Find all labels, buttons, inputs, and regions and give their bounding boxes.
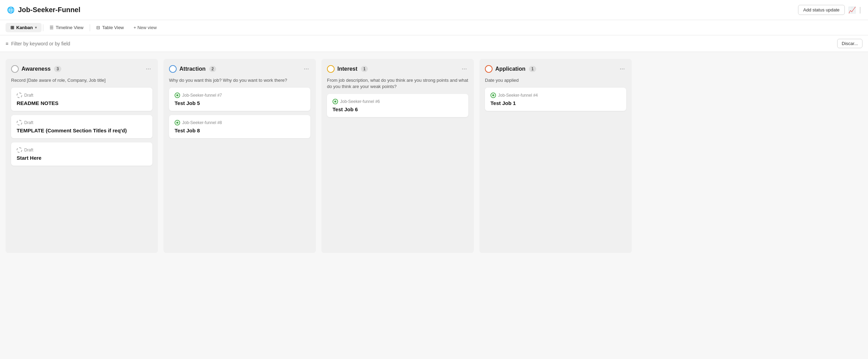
draft-label: Draft [24,148,33,152]
column-interest: Interest1···From job description, what d… [321,59,474,253]
card-card-1[interactable]: DraftREADME NOTES [11,88,152,111]
status-icon [175,93,180,98]
column-description-attraction: Why do you want this job? Why do you wan… [169,77,310,84]
filter-input[interactable] [11,41,834,46]
column-title-application: Application [495,66,525,72]
column-attraction: Attraction2···Why do you want this job? … [163,59,316,253]
column-header-awareness: Awareness3··· [11,64,152,73]
timeline-icon: ☰ [50,25,54,30]
card-card-7[interactable]: Job-Seeker-funnel #4Test Job 1 [485,88,626,111]
card-ref: Job-Seeker-funnel #7 [182,93,222,98]
draft-label: Draft [24,93,33,98]
app-title: Job-Seeker-Funnel [18,6,80,14]
card-title: Test Job 5 [175,100,305,106]
card-title: Test Job 8 [175,128,305,133]
divider-icon: | [859,6,861,14]
column-menu-attraction[interactable]: ··· [302,64,310,73]
kanban-dropdown-arrow[interactable]: ▾ [35,26,37,29]
card-title: Test Job 6 [333,106,463,112]
card-title: README NOTES [17,100,147,106]
add-status-button[interactable]: Add status update [798,5,845,15]
table-view-tab[interactable]: ⊟ Table View [91,23,129,32]
draft-icon [17,93,22,98]
table-icon: ⊟ [96,25,100,30]
card-meta: Draft [17,120,147,125]
toolbar-divider-1 [43,24,43,31]
globe-icon: 🌐 [7,6,15,14]
card-title: TEMPLATE (Comment Section Titles if req'… [17,128,147,133]
card-meta: Job-Seeker-funnel #7 [175,93,305,98]
status-icon [333,99,338,104]
card-ref: Job-Seeker-funnel #6 [340,99,380,104]
card-meta: Job-Seeker-funnel #4 [490,93,621,98]
column-header-attraction: Attraction2··· [169,64,310,73]
column-menu-application[interactable]: ··· [618,64,626,73]
card-meta: Draft [17,93,147,98]
table-label: Table View [102,25,124,30]
kanban-label: Kanban [16,25,33,30]
toolbar-divider-2 [90,24,90,31]
column-icon-interest [327,65,335,73]
column-title-interest: Interest [337,66,357,72]
column-application: Application1···Date you appliedJob-Seeke… [479,59,632,253]
filter-icon: ≡ [6,41,8,46]
card-title: Start Here [17,155,147,161]
header-left: 🌐 Job-Seeker-Funnel [7,6,80,14]
column-icon-awareness [11,65,19,73]
status-icon [490,93,496,98]
card-card-6[interactable]: Job-Seeker-funnel #6Test Job 6 [327,94,468,117]
draft-icon [17,147,22,153]
timeline-label: Timeline View [56,25,83,30]
timeline-view-tab[interactable]: ☰ Timeline View [45,23,88,32]
kanban-board: Awareness3···Record [Date aware of role,… [0,52,868,260]
column-menu-awareness[interactable]: ··· [144,64,152,73]
column-count-awareness: 3 [54,66,61,72]
column-title-awareness: Awareness [21,66,51,72]
card-meta: Job-Seeker-funnel #6 [333,99,463,104]
kanban-view-tab[interactable]: ⊞ Kanban ▾ [6,23,42,32]
card-ref: Job-Seeker-funnel #8 [182,120,222,125]
toolbar: ⊞ Kanban ▾ ☰ Timeline View ⊟ Table View … [0,20,868,35]
card-card-3[interactable]: DraftStart Here [11,142,152,166]
column-header-application: Application1··· [485,64,626,73]
column-title-attraction: Attraction [179,66,206,72]
kanban-icon: ⊞ [10,25,14,30]
card-title: Test Job 1 [490,100,621,106]
column-count-interest: 1 [361,66,368,72]
header-right: Add status update 📈 | [798,5,861,15]
chart-icon[interactable]: 📈 [848,6,856,14]
app-header: 🌐 Job-Seeker-Funnel Add status update 📈 … [0,0,868,20]
card-meta: Draft [17,147,147,153]
column-header-interest: Interest1··· [327,64,468,73]
filter-bar: ≡ Discar... [0,35,868,52]
column-awareness: Awareness3···Record [Date aware of role,… [6,59,158,253]
draft-icon [17,120,22,125]
column-menu-interest[interactable]: ··· [460,64,468,73]
status-icon [175,120,180,125]
column-description-application: Date you applied [485,77,626,84]
column-icon-attraction [169,65,177,73]
card-card-2[interactable]: DraftTEMPLATE (Comment Section Titles if… [11,115,152,138]
discard-button[interactable]: Discar... [837,39,862,48]
column-description-awareness: Record [Date aware of role, Company, Job… [11,77,152,84]
column-count-attraction: 2 [209,66,216,72]
draft-label: Draft [24,120,33,125]
column-count-application: 1 [529,66,536,72]
card-card-5[interactable]: Job-Seeker-funnel #8Test Job 8 [169,115,310,138]
new-view-button[interactable]: + New view [129,23,162,32]
column-icon-application [485,65,493,73]
card-card-4[interactable]: Job-Seeker-funnel #7Test Job 5 [169,88,310,111]
card-ref: Job-Seeker-funnel #4 [498,93,538,98]
column-description-interest: From job description, what do you think … [327,77,468,90]
card-meta: Job-Seeker-funnel #8 [175,120,305,125]
